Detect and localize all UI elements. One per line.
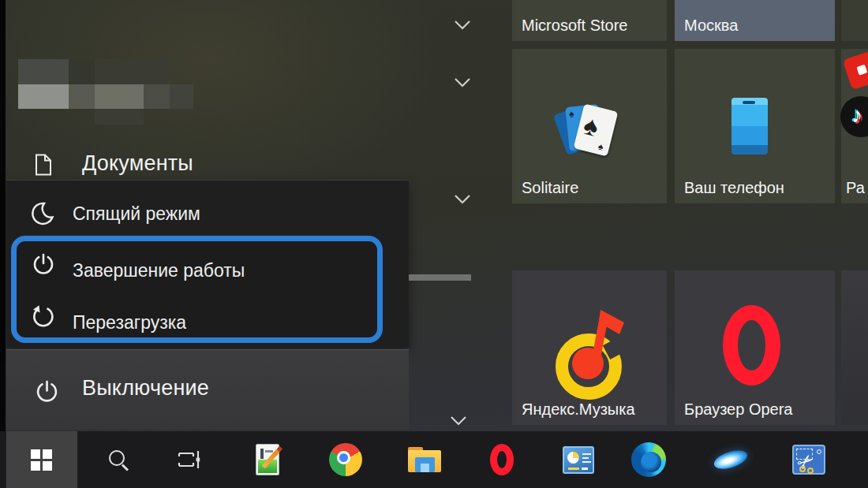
taskbar-daemon-tools-button[interactable] <box>713 442 748 477</box>
tile-label: Ра <box>846 179 865 197</box>
phone-icon <box>731 98 768 155</box>
shutdown-label: Завершение работы <box>73 260 245 281</box>
opera-icon <box>723 305 780 386</box>
taskbar: ✂ <box>0 431 868 488</box>
image-editor-icon <box>254 442 282 477</box>
tile-label: Москва <box>684 17 738 35</box>
restart-icon <box>30 304 55 330</box>
restart-label: Перезагрузка <box>73 312 186 333</box>
power-flyout-menu: Спящий режим Завершение работы Пе <box>6 180 409 347</box>
power-icon <box>32 252 55 276</box>
tile-label: Ваш телефон <box>684 179 784 197</box>
daemon-tools-disc-icon <box>712 447 750 473</box>
file-explorer-icon <box>408 447 441 472</box>
taskbar-edge-button[interactable] <box>631 442 666 477</box>
snipping-tool-icon: ✂ <box>792 445 825 475</box>
blur-block <box>18 84 69 109</box>
taskbar-system-monitor-button[interactable] <box>561 442 596 477</box>
sleep-moon-icon <box>30 201 55 228</box>
chevron-down-icon[interactable] <box>454 20 471 31</box>
tile-your-phone[interactable]: Ваш телефон <box>675 49 835 203</box>
taskbar-chrome-button[interactable] <box>328 442 363 477</box>
taskbar-file-explorer-button[interactable] <box>407 442 442 477</box>
blur-block <box>144 84 170 109</box>
tile-label: Microsoft Store <box>522 17 627 35</box>
taskbar-task-view-button[interactable] <box>172 442 207 477</box>
blur-block <box>69 84 95 109</box>
taskbar-image-editor-button[interactable] <box>251 442 286 477</box>
search-icon <box>109 450 128 469</box>
windows-logo-icon <box>31 449 52 471</box>
power-icon <box>35 379 59 404</box>
tile-solitaire[interactable]: ♠ ♠ ♠ Solitaire <box>512 49 667 203</box>
opera-icon <box>490 444 514 475</box>
sleep-label: Спящий режим <box>73 203 200 225</box>
tiktok-icon: ♪ <box>840 96 868 137</box>
scrollbar-thumb[interactable] <box>409 274 471 281</box>
roblox-icon <box>843 50 868 90</box>
tile-opera-browser[interactable]: Браузер Opera <box>675 270 835 425</box>
power-button-panel: Выключение <box>6 349 409 430</box>
tile-label: Solitaire <box>522 179 578 197</box>
task-view-icon <box>177 448 202 471</box>
tile-yandex-music[interactable]: Яндекс.Музыка <box>512 270 667 425</box>
chevron-down-icon[interactable] <box>450 415 467 427</box>
blur-block <box>95 109 144 125</box>
tile-partial-top-right[interactable] <box>841 0 868 41</box>
screen-left-edge <box>0 0 6 431</box>
taskbar-search-button[interactable] <box>101 442 136 477</box>
chevron-down-icon[interactable] <box>454 77 471 88</box>
taskbar-snipping-tool-button[interactable]: ✂ <box>791 442 826 477</box>
blur-block <box>170 84 193 109</box>
tile-label: Яндекс.Музыка <box>522 400 635 419</box>
tile-moscow-weather[interactable]: Москва <box>675 0 835 41</box>
chrome-icon <box>329 443 362 476</box>
tile-microsoft-store[interactable]: Microsoft Store <box>512 0 667 41</box>
start-button[interactable] <box>6 431 77 488</box>
windows-start-screen: Документы Спящий режим Завершение работы <box>0 0 868 488</box>
taskbar-opera-button[interactable] <box>485 442 519 477</box>
blur-block <box>95 59 170 84</box>
blur-block <box>18 59 69 84</box>
tile-partial-bottom-right[interactable] <box>841 270 868 425</box>
highlight-outline: Завершение работы Перезагрузка <box>11 236 383 343</box>
documents-label: Документы <box>82 151 193 176</box>
system-monitor-icon <box>563 446 594 474</box>
blur-block <box>69 59 95 84</box>
power-label: Выключение <box>82 376 209 400</box>
tile-folder-partial[interactable]: ♪ Ра <box>841 49 868 203</box>
edge-icon <box>631 442 666 477</box>
chevron-down-icon[interactable] <box>454 194 471 205</box>
tile-label: Браузер Opera <box>684 400 792 419</box>
document-icon <box>35 154 52 176</box>
blur-block <box>95 84 144 109</box>
